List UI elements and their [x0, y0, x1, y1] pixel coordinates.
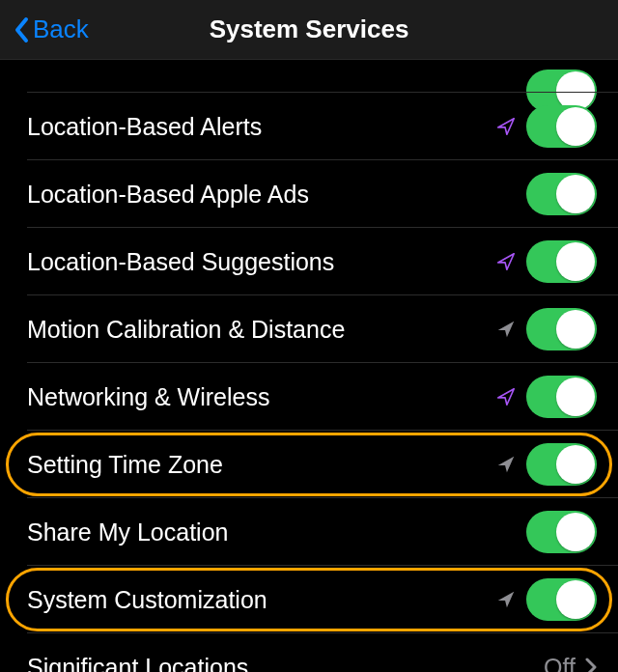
list-item	[0, 64, 618, 93]
toggle-switch[interactable]	[526, 173, 597, 215]
row-label: Significant Locations	[27, 654, 544, 673]
location-arrow-icon	[495, 589, 517, 610]
toggle-switch[interactable]	[526, 308, 597, 350]
toggle-switch[interactable]	[526, 443, 597, 486]
row-label: System Customization	[27, 586, 495, 614]
list-item: Setting Time Zone	[0, 431, 618, 498]
row-label: Setting Time Zone	[27, 451, 495, 479]
toggle-switch[interactable]	[526, 376, 597, 418]
list-item: Location-Based Apple Ads	[0, 160, 618, 228]
location-arrow-icon	[495, 319, 517, 340]
list-item: Location-Based Alerts	[0, 93, 618, 160]
list-item: Motion Calibration & Distance	[0, 295, 618, 363]
row-label: Location-Based Apple Ads	[27, 181, 526, 209]
list-item: Networking & Wireless	[0, 363, 618, 431]
nav-header: Back System Services	[0, 0, 618, 60]
back-button[interactable]: Back	[0, 14, 89, 44]
list-item: System Customization	[0, 566, 618, 633]
location-arrow-icon	[495, 454, 517, 475]
settings-list: Location-Based Alerts Location-Based App…	[0, 60, 618, 672]
toggle-switch[interactable]	[526, 240, 597, 283]
page-title: System Services	[0, 14, 618, 44]
row-label: Location-Based Suggestions	[27, 248, 495, 276]
chevron-right-icon	[585, 658, 597, 672]
list-item: Location-Based Suggestions	[0, 228, 618, 295]
toggle-switch[interactable]	[526, 511, 597, 553]
list-item: Share My Location	[0, 498, 618, 566]
toggle-switch[interactable]	[526, 578, 597, 621]
row-value: Off	[544, 654, 576, 673]
location-arrow-icon	[495, 386, 517, 407]
back-label: Back	[33, 14, 89, 44]
chevron-left-icon	[14, 16, 29, 43]
row-label: Share My Location	[27, 518, 526, 546]
row-label: Networking & Wireless	[27, 383, 495, 411]
location-arrow-icon	[495, 251, 517, 272]
location-arrow-icon	[495, 116, 517, 137]
list-item-link[interactable]: Significant LocationsOff	[0, 633, 618, 672]
toggle-switch[interactable]	[526, 105, 597, 148]
row-label: Motion Calibration & Distance	[27, 316, 495, 344]
row-label: Location-Based Alerts	[27, 113, 495, 141]
